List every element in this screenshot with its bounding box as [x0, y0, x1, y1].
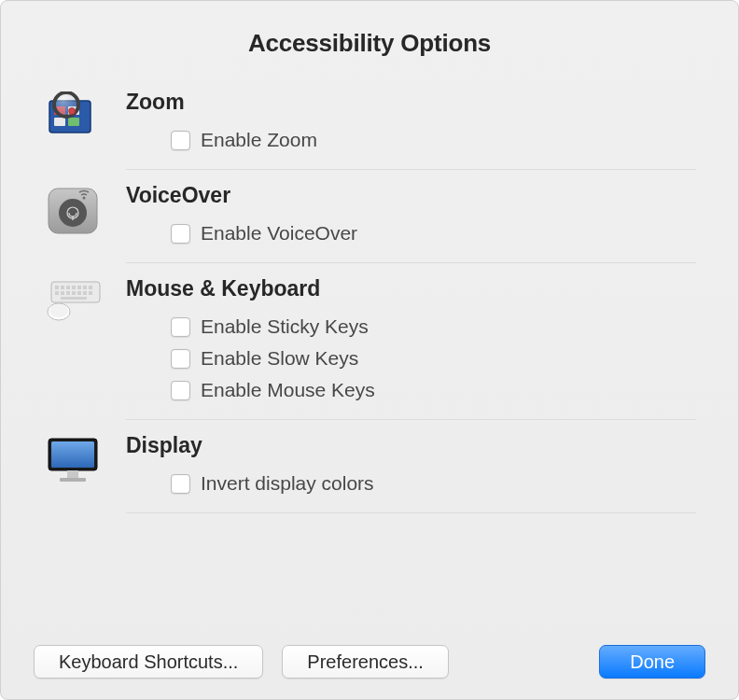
svg-point-9 — [59, 199, 87, 227]
section-display: Display Invert display colors — [43, 427, 696, 499]
divider — [126, 169, 696, 170]
svg-rect-14 — [55, 286, 59, 289]
mouse-keyboard-icon — [43, 276, 103, 336]
svg-rect-3 — [54, 118, 65, 126]
zoom-icon — [43, 90, 103, 149]
svg-rect-23 — [66, 291, 70, 295]
keyboard-shortcuts-button[interactable]: Keyboard Shortcuts... — [34, 645, 263, 679]
svg-point-7 — [69, 108, 76, 115]
section-voiceover-title: VoiceOver — [126, 183, 696, 208]
svg-rect-26 — [83, 291, 87, 295]
divider — [126, 419, 696, 420]
svg-rect-32 — [51, 441, 94, 468]
svg-rect-17 — [72, 286, 76, 289]
svg-rect-16 — [66, 286, 70, 289]
svg-rect-18 — [77, 286, 81, 289]
svg-point-30 — [49, 304, 68, 317]
label-enable-sticky-keys: Enable Sticky Keys — [201, 315, 369, 338]
option-enable-slow-keys: Enable Slow Keys — [126, 343, 696, 374]
checkbox-enable-voiceover[interactable] — [171, 224, 190, 244]
svg-rect-4 — [68, 118, 79, 126]
checkbox-enable-sticky-keys[interactable] — [171, 317, 190, 337]
svg-rect-28 — [61, 297, 87, 300]
button-row: Keyboard Shortcuts... Preferences... Don… — [34, 645, 705, 679]
svg-rect-22 — [61, 291, 64, 295]
svg-rect-20 — [89, 286, 92, 289]
svg-rect-27 — [89, 291, 92, 295]
divider — [126, 262, 696, 263]
checkbox-enable-mouse-keys[interactable] — [171, 381, 190, 400]
checkbox-enable-slow-keys[interactable] — [171, 349, 190, 369]
section-zoom-title: Zoom — [126, 90, 696, 115]
svg-rect-34 — [60, 478, 86, 482]
done-button[interactable]: Done — [599, 645, 705, 679]
section-display-title: Display — [126, 433, 696, 458]
dialog-title: Accessibility Options — [43, 29, 696, 58]
svg-rect-15 — [61, 286, 64, 289]
svg-rect-24 — [72, 291, 76, 295]
svg-point-12 — [83, 197, 86, 200]
option-enable-voiceover: Enable VoiceOver — [126, 217, 696, 249]
svg-rect-25 — [77, 291, 81, 295]
section-zoom: Zoom Enable Zoom — [43, 84, 696, 156]
label-invert-display-colors: Invert display colors — [201, 472, 374, 495]
checkbox-invert-display-colors[interactable] — [171, 474, 190, 494]
svg-rect-33 — [67, 470, 78, 478]
option-enable-zoom: Enable Zoom — [126, 124, 696, 156]
accessibility-options-dialog: Accessibility Options — [0, 0, 739, 700]
option-invert-display-colors: Invert display colors — [126, 468, 696, 499]
label-enable-slow-keys: Enable Slow Keys — [201, 347, 358, 370]
section-mouse-keyboard-title: Mouse & Keyboard — [126, 276, 696, 301]
display-icon — [43, 433, 103, 493]
voiceover-icon — [43, 183, 103, 243]
divider — [126, 512, 696, 513]
section-mouse-keyboard: Mouse & Keyboard Enable Sticky Keys Enab… — [43, 271, 696, 406]
label-enable-zoom: Enable Zoom — [201, 129, 317, 151]
section-voiceover: VoiceOver Enable VoiceOver — [43, 177, 696, 249]
label-enable-voiceover: Enable VoiceOver — [201, 222, 357, 245]
svg-rect-21 — [55, 291, 59, 295]
svg-rect-19 — [83, 286, 87, 289]
option-enable-sticky-keys: Enable Sticky Keys — [126, 311, 696, 343]
label-enable-mouse-keys: Enable Mouse Keys — [201, 379, 375, 401]
option-enable-mouse-keys: Enable Mouse Keys — [126, 374, 696, 406]
preferences-button[interactable]: Preferences... — [282, 645, 449, 679]
checkbox-enable-zoom[interactable] — [171, 131, 190, 150]
